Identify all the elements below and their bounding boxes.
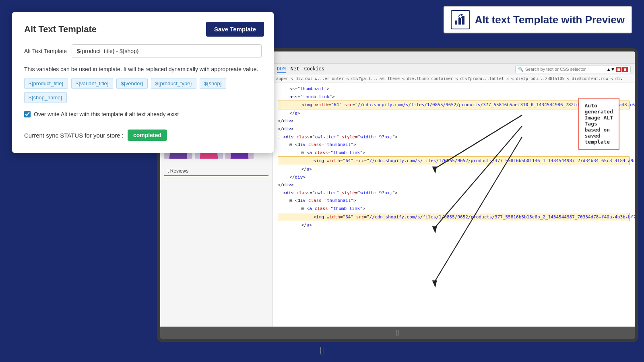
svg-point-3 (459, 15, 462, 18)
tags-row: ${product_title} ${variant_title} ${vend… (24, 78, 262, 89)
devtools-nav-cookies[interactable]: Cookies (304, 65, 324, 73)
svg-rect-0 (455, 21, 457, 25)
devtools-red-2: ■ (622, 67, 628, 72)
tag-product-type[interactable]: ${product_type} (151, 78, 196, 89)
code-line: </a> (278, 165, 630, 173)
code-line: </div> (278, 117, 630, 125)
code-line: </div> (278, 173, 630, 181)
overwrite-checkbox[interactable] (24, 111, 31, 117)
down-arrow-icon[interactable]: ▼ (611, 67, 614, 72)
svg-marker-23 (432, 280, 437, 288)
apple-logo:  (320, 344, 324, 357)
close-devtools-icons: ■ ■ (616, 67, 628, 72)
up-arrow-icon[interactable]: ▲ (607, 67, 610, 72)
tags-row-2: ${shop_name} (24, 92, 262, 103)
code-line: ⊟ <a class="thumb-link"> (278, 205, 630, 213)
code-line: ⊟ <div class="thumbnail"> (278, 141, 630, 149)
code-line: ⊟ <div class="owl-item" style="width: 97… (278, 133, 630, 141)
code-line: ⊟ <a class="thumb-link"> (278, 149, 630, 157)
status-row: Current sync STATUS for your store : com… (24, 130, 262, 141)
annotation-box: Auto generated Image ALT Tags based on s… (578, 98, 619, 150)
svg-rect-2 (462, 16, 464, 25)
code-line: ⊟ <div class="thumbnail"> (278, 197, 630, 205)
checkbox-label: Over write Alt text with this template i… (34, 111, 179, 117)
header-icon (451, 10, 470, 29)
status-badge: completed (128, 130, 167, 141)
template-label: Alt Text Template (24, 48, 67, 54)
devtools-section: DOM Net Cookies 🔍 ▲ ▼ ■ ■ (273, 64, 635, 327)
monitor-bottom-bar:  (160, 327, 635, 339)
svg-rect-1 (458, 18, 461, 25)
code-line: ass="thumb-link"> (278, 93, 630, 101)
svg-line-4 (460, 14, 463, 15)
tag-shop-name[interactable]: ${shop_name} (24, 92, 67, 103)
checkbox-row: Over write Alt text with this template i… (24, 111, 262, 117)
reviews-tab[interactable]: t Reviews (164, 167, 268, 176)
devtools-nav-dom[interactable]: DOM (277, 65, 286, 73)
code-line-highlighted-1: <img width="64" src="//cdn.shopify.com/s… (278, 101, 630, 109)
code-line: </a> (278, 221, 630, 229)
code-line: </a> (278, 109, 630, 117)
tag-product-title[interactable]: ${product_title} (24, 78, 68, 89)
devtools-nav: DOM Net Cookies (277, 65, 324, 73)
code-line: <s="thumbnail"> (278, 85, 630, 93)
tag-variant-title[interactable]: ${variant_title} (71, 78, 113, 89)
search-icon: 🔍 (518, 67, 524, 72)
code-line-highlighted-2: <img width="64" src="//cdn.shopify.com/s… (278, 156, 630, 165)
chart-icon (454, 13, 467, 26)
status-text: Current sync STATUS for your store : (24, 132, 124, 139)
devtools-nav-net[interactable]: Net (291, 65, 299, 73)
code-line: </div> (278, 181, 630, 189)
template-input[interactable] (72, 44, 262, 58)
tag-vendor[interactable]: ${vendor} (116, 78, 148, 89)
alt-text-panel: Alt Text Template Save Template Alt Text… (12, 12, 274, 153)
code-line-highlighted-3: <img width="64" src="//cdn.shopify.com/s… (278, 213, 630, 222)
tag-shop[interactable]: ${shop} (200, 78, 226, 89)
header-title: Alt text Template with Preview (475, 14, 625, 26)
template-row: Alt Text Template (24, 44, 262, 58)
devtools-red-1: ■ (616, 67, 621, 72)
variables-info: This variables can be used in template. … (24, 66, 262, 72)
code-line: </div> (278, 125, 630, 133)
save-template-button[interactable]: Save Template (206, 22, 264, 37)
code-line: ⊟ <div class="owl-item" style="width: 97… (278, 189, 630, 197)
devtools-toolbar: DOM Net Cookies 🔍 ▲ ▼ ■ ■ (273, 64, 635, 75)
devtools-search-input[interactable] (525, 67, 606, 72)
header-bar: Alt text Template with Preview (444, 6, 632, 33)
search-bar: 🔍 ▲ ▼ ■ ■ (515, 66, 631, 73)
apple-logo-icon:  (396, 328, 399, 337)
devtools-breadcrumb: apper < div.owl-w...er-outer < div#gal1.… (273, 75, 635, 82)
